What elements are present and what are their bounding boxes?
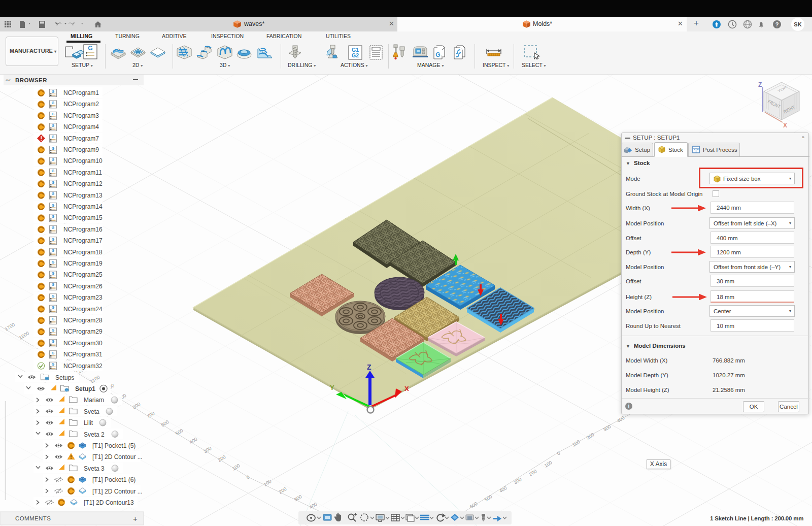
svg-text:NCProgram30: NCProgram30	[63, 340, 103, 347]
svg-text:NCProgram26: NCProgram26	[63, 283, 103, 290]
svg-text:Z: Z	[758, 81, 762, 88]
svg-text:X: X	[404, 385, 409, 392]
svg-text:NCProgram32: NCProgram32	[63, 363, 103, 370]
svg-text:Z: Z	[367, 363, 371, 371]
svg-text:NCProgram12: NCProgram12	[63, 180, 103, 187]
svg-text:««: ««	[6, 78, 11, 83]
svg-text:NCProgram7: NCProgram7	[63, 135, 99, 142]
svg-text:COMMENTS: COMMENTS	[15, 515, 51, 521]
svg-text:[T1] Pocket1 (5): [T1] Pocket1 (5)	[92, 442, 136, 449]
svg-text:NCProgram24: NCProgram24	[63, 306, 103, 313]
svg-text:NCProgram18: NCProgram18	[63, 249, 103, 256]
svg-text:[T1] 2D Contour ...: [T1] 2D Contour ...	[92, 453, 143, 461]
svg-text:[T1] 2D Contour13: [T1] 2D Contour13	[84, 499, 134, 506]
svg-text:NCProgram29: NCProgram29	[63, 328, 103, 335]
svg-text:NCProgram1: NCProgram1	[63, 89, 99, 96]
svg-text:Mariam: Mariam	[84, 397, 104, 404]
svg-text:NCProgram11: NCProgram11	[63, 169, 102, 176]
svg-text:Sveta: Sveta	[84, 408, 99, 415]
svg-text:NCProgram2: NCProgram2	[63, 101, 99, 108]
svg-text:Post Process: Post Process	[703, 147, 737, 153]
svg-text:NCProgram28: NCProgram28	[63, 317, 103, 324]
svg-text:NCProgram31: NCProgram31	[63, 351, 103, 358]
svg-text:NCProgram3: NCProgram3	[63, 112, 99, 119]
svg-text:NCProgram25: NCProgram25	[63, 271, 103, 278]
svg-text:NCProgram16: NCProgram16	[63, 226, 103, 233]
svg-text:NCProgram14: NCProgram14	[63, 203, 103, 210]
svg-text:Y: Y	[330, 384, 334, 391]
svg-text:Stock: Stock	[668, 147, 683, 153]
svg-text:G2: G2	[352, 52, 359, 58]
svg-text:G: G	[88, 45, 92, 52]
svg-text:?: ?	[775, 21, 779, 27]
svg-text:G: G	[435, 51, 440, 58]
svg-text:[T1] Pocket1 (6): [T1] Pocket1 (6)	[92, 476, 136, 483]
svg-text:NCProgram13: NCProgram13	[63, 192, 103, 199]
svg-text:+: +	[133, 514, 138, 523]
svg-text:Sveta 3: Sveta 3	[84, 465, 105, 472]
svg-text:Sveta 2: Sveta 2	[84, 431, 105, 438]
svg-text:BROWSER: BROWSER	[15, 77, 47, 83]
svg-text:NCProgram10: NCProgram10	[63, 157, 103, 165]
svg-text:NCProgram4: NCProgram4	[63, 123, 99, 130]
svg-text:NCProgram23: NCProgram23	[63, 294, 103, 301]
svg-text:[T1] 2D Contour ...: [T1] 2D Contour ...	[92, 488, 143, 495]
svg-text:NCProgram15: NCProgram15	[63, 214, 103, 221]
svg-text:Setup1: Setup1	[75, 385, 95, 392]
svg-text:NCProgram17: NCProgram17	[63, 237, 103, 244]
svg-text:NCProgram19: NCProgram19	[63, 260, 103, 267]
svg-text:NCProgram9: NCProgram9	[63, 146, 99, 153]
svg-text:Setups: Setups	[55, 374, 74, 381]
svg-text:Setup: Setup	[635, 147, 650, 153]
svg-text:X: X	[783, 122, 787, 129]
svg-text:Lilit: Lilit	[84, 419, 93, 426]
